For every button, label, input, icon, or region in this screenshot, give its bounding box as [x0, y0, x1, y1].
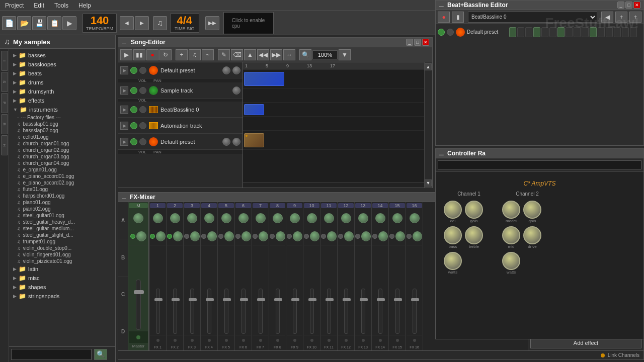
be-step-13[interactable]	[606, 27, 613, 37]
track-solo-2[interactable]	[139, 87, 146, 94]
track-expand-2[interactable]: ▶	[120, 86, 128, 95]
be-preset-select[interactable]: Beat/Bassline 0	[468, 12, 597, 23]
fx-1-fader[interactable]	[156, 289, 160, 334]
se-timeline-sync[interactable]: ↔	[283, 49, 295, 60]
fx-8-a-knob[interactable]	[273, 213, 283, 223]
be-add-button[interactable]: +	[615, 12, 627, 23]
ch2-drive-knob[interactable]	[523, 226, 541, 244]
fx-13-fader-thumb[interactable]	[360, 298, 368, 301]
fx-7-b-knob[interactable]	[259, 231, 268, 241]
fx-3-b-knob[interactable]	[190, 231, 200, 241]
be-step-3[interactable]	[525, 27, 532, 37]
menu-help[interactable]: Help	[73, 1, 96, 10]
fx-8-d-dot[interactable]	[276, 339, 279, 342]
ch1-bass-knob[interactable]	[444, 226, 462, 244]
fx-14-fader-thumb[interactable]	[377, 298, 385, 301]
fx-8-fader-thumb[interactable]	[274, 298, 282, 301]
track-pan-knob-1[interactable]	[232, 66, 240, 74]
fx-15-d-dot[interactable]	[396, 339, 399, 342]
be-step-4[interactable]	[533, 27, 540, 37]
fx-8-fader[interactable]	[276, 289, 280, 334]
fx-master-d-dot[interactable]	[136, 335, 140, 339]
ctrl-search-input[interactable]	[438, 160, 641, 169]
fx-5-fader[interactable]	[224, 289, 228, 334]
fx-10-fader-thumb[interactable]	[308, 298, 316, 301]
fx-14-fader[interactable]	[378, 289, 382, 334]
ch1-gain-knob[interactable]	[465, 201, 483, 219]
fx-2-fader[interactable]	[173, 289, 177, 334]
save-as-button[interactable]: 📋	[47, 16, 61, 30]
fx-9-fader-thumb[interactable]	[291, 298, 299, 301]
be-track-solo[interactable]	[447, 29, 454, 36]
fx-5-d-dot[interactable]	[225, 339, 228, 342]
fx-15-fader-thumb[interactable]	[394, 298, 402, 301]
se-stop-button[interactable]: ▮▮	[133, 49, 145, 60]
vtab-projects[interactable]: P	[1, 93, 8, 113]
fx-10-b-active[interactable]	[304, 234, 309, 239]
fx-master-a-knob[interactable]	[133, 213, 143, 223]
fx-1-d-dot[interactable]	[156, 339, 159, 342]
new-button[interactable]: 📄	[2, 16, 16, 30]
fx-1-a-knob[interactable]	[153, 213, 163, 223]
file-flute01[interactable]: ♫ flute01.ogg	[9, 186, 115, 193]
fx-16-d-dot[interactable]	[413, 339, 416, 342]
fx-6-fader-thumb[interactable]	[240, 298, 248, 301]
fx-12-b-knob[interactable]	[344, 231, 354, 241]
be-maximize-button[interactable]: □	[625, 2, 632, 9]
fx-5-fader-thumb[interactable]	[223, 298, 231, 301]
be-step-12[interactable]	[598, 27, 605, 37]
timesig-box[interactable]: 4/4 TIME SIG	[170, 14, 199, 33]
fx-6-a-knob[interactable]	[238, 213, 249, 223]
file-harpsichord01[interactable]: ♫ harpsichord01.ogg	[9, 193, 115, 199]
track-vol-knob-1[interactable]	[222, 66, 230, 74]
fx-11-b-active[interactable]	[321, 234, 326, 239]
track-expand-1[interactable]: ▶	[120, 66, 128, 74]
track-pan-knob-5[interactable]	[232, 138, 240, 146]
vtab-instruments[interactable]: I	[1, 51, 8, 71]
fx-7-a-knob[interactable]	[256, 213, 266, 223]
fx-3-fader-thumb[interactable]	[189, 298, 197, 301]
be-step-11[interactable]	[590, 27, 597, 37]
fx-15-a-knob[interactable]	[392, 213, 403, 223]
se-erase-button[interactable]: ⌫	[231, 49, 243, 60]
fx-10-fader[interactable]	[310, 289, 314, 334]
pattern-block-1[interactable]	[244, 72, 284, 86]
fx-master-b-knob[interactable]	[136, 231, 146, 241]
menu-edit[interactable]: Edit	[29, 1, 49, 10]
fx-11-fader-thumb[interactable]	[326, 298, 334, 301]
file-epiano02[interactable]: ♫ e_piano_accord02.ogg	[9, 179, 115, 186]
file-cello01[interactable]: ♫ cello01.ogg	[9, 134, 115, 140]
track-expand-3[interactable]: ▶	[120, 106, 128, 114]
folder-stringsnpads[interactable]: ▶ 📁 stringsnpads	[9, 292, 115, 301]
tap-tempo-button[interactable]: ◀	[120, 16, 134, 30]
folder-basses[interactable]: ▶ 📁 basses	[9, 51, 115, 60]
fx-8-b-active[interactable]	[270, 234, 275, 239]
folder-beats[interactable]: ▶ 📁 beats	[9, 69, 115, 78]
se-minimize-button[interactable]: _	[406, 39, 413, 46]
fx-14-b-active[interactable]	[372, 234, 377, 239]
folder-instruments[interactable]: ▼ 📁 instruments	[9, 105, 115, 114]
fx-1-b-active[interactable]	[150, 234, 155, 239]
be-close-button[interactable]: ✕	[633, 2, 640, 9]
be-step-2[interactable]	[517, 27, 524, 37]
fx-10-d-dot[interactable]	[310, 339, 313, 342]
export-button[interactable]: ▶	[62, 16, 76, 30]
be-stop-button[interactable]: ▮	[452, 12, 464, 23]
folder-drums[interactable]: ▶ 📁 drums	[9, 78, 115, 87]
track-mute-1[interactable]	[130, 67, 137, 74]
folder-drumsynth[interactable]: ▶ 📁 drumsynth	[9, 87, 115, 96]
fx-6-fader[interactable]	[242, 289, 246, 334]
fx-4-b-knob[interactable]	[207, 231, 217, 241]
be-step-1[interactable]	[509, 27, 516, 37]
fx-16-b-active[interactable]	[407, 234, 412, 239]
track-mute-3[interactable]	[130, 106, 137, 113]
folder-effects[interactable]: ▶ 📁 effects	[9, 96, 115, 105]
track-mute-5[interactable]	[130, 138, 137, 145]
fx-12-b-active[interactable]	[338, 234, 343, 239]
folder-latin[interactable]: ▶ 📁 latin	[9, 264, 115, 274]
fx-1-b-knob[interactable]	[156, 231, 166, 241]
add-bb-button[interactable]: ▶▶	[205, 16, 219, 30]
fx-4-fader[interactable]	[207, 289, 211, 334]
file-bassslap01[interactable]: ♫ bassslap01.ogg	[9, 121, 115, 127]
fx-3-d-dot[interactable]	[191, 339, 194, 342]
